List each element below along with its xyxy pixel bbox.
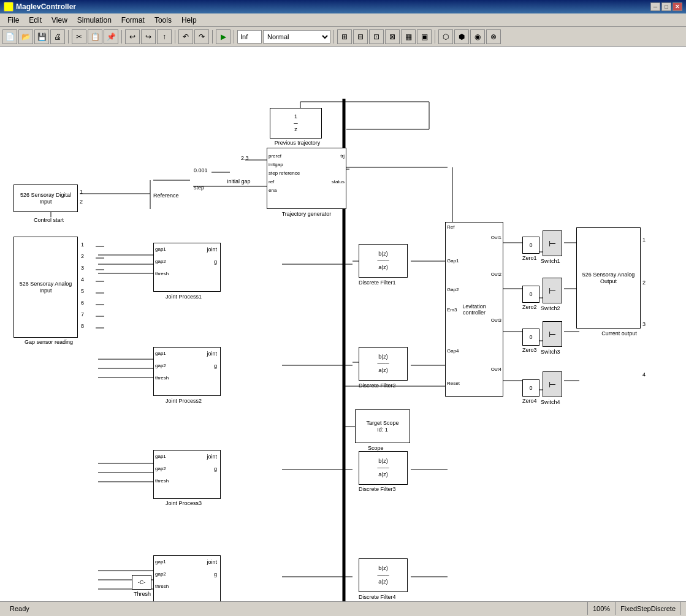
discrete-filter4-block[interactable]: b(z)───a(z) [359,558,408,592]
joint-process3-block[interactable]: gap1 gap2 thresh joint g [153,450,221,499]
tb-btn15[interactable]: ◉ [470,29,485,44]
discrete-filter3-block[interactable]: b(z)───a(z) [359,451,408,485]
sensoray-analog-in-block[interactable]: 526 Sensoray Analog Input [13,237,78,338]
tb-btn11[interactable]: ▦ [401,29,416,44]
close-button[interactable]: ✕ [673,2,682,11]
zero3-block[interactable]: 0 [522,329,539,346]
separator3 [175,30,175,44]
current-output-label: Current output [585,330,653,337]
adc-port-8: 8 [81,323,84,329]
sensoray-analog-out-block[interactable]: 526 Sensoray Analog Output [576,227,641,329]
window-controls[interactable]: ─ □ ✕ [650,2,682,11]
const-0001-value: 0.001 [194,167,208,173]
jp2-gap1: gap1 [155,351,166,356]
lc-out1: Out1 [491,235,501,240]
cut-button[interactable]: ✂ [72,29,86,44]
switch1-block[interactable]: ⊢ [543,230,562,256]
prev-traj-content: 1─z [294,113,297,133]
paste-button[interactable]: 📌 [104,29,118,44]
zero4-block[interactable]: 0 [522,379,539,397]
open-button[interactable]: 📂 [18,29,33,44]
tb-btn8[interactable]: ⊟ [353,29,368,44]
sensoray-analog-in-text: 526 Sensoray Analog Input [14,281,77,294]
tg-port-status: status [332,179,345,184]
up-button[interactable]: ↑ [157,29,172,44]
tg-port-ena: ena [269,188,276,193]
zero3-content: 0 [529,334,532,340]
switch2-block[interactable]: ⊢ [543,278,562,303]
df2-content: b(z)───a(z) [377,354,389,373]
print-button[interactable]: 🖨 [50,29,65,44]
lc-out4: Out4 [491,367,501,372]
adc-port-2: 2 [81,253,84,259]
thresh-block[interactable]: -C- [132,575,151,590]
tb-btn7[interactable]: ⊞ [337,29,352,44]
canvas[interactable]: 1─z Previous trajectory preref initgap s… [0,47,686,601]
undo-button[interactable]: ↩ [125,29,140,44]
adc-port-3: 3 [81,265,84,271]
switch3-label: Switch3 [541,349,560,355]
menu-view[interactable]: View [47,15,72,26]
switch3-symbol: ⊢ [549,329,556,339]
zero2-block[interactable]: 0 [522,286,539,303]
jp4-gap1: gap1 [155,559,166,565]
jp4-thresh: thresh [155,584,169,589]
tb-btn16[interactable]: ⊗ [486,29,501,44]
menu-format[interactable]: Format [116,15,150,26]
menu-help[interactable]: Help [177,15,202,26]
previous-trajectory-block[interactable]: 1─z [270,108,322,139]
discrete-filter1-block[interactable]: b(z)───a(z) [359,244,408,278]
df3-content: b(z)───a(z) [377,458,389,477]
menu-tools[interactable]: Tools [150,15,177,26]
menu-edit[interactable]: Edit [24,15,47,26]
tb-btn13[interactable]: ⬡ [438,29,453,44]
switch4-label: Switch4 [541,399,560,405]
maximize-button[interactable]: □ [661,2,671,11]
copy-button[interactable]: 📋 [88,29,102,44]
initial-gap-label: Initial gap [227,178,251,184]
redo-button[interactable]: ↪ [141,29,156,44]
separator4 [212,30,213,44]
df4-content: b(z)───a(z) [377,565,389,585]
scope-block[interactable]: Target ScopeId: 1 [355,409,410,443]
menu-file[interactable]: File [2,15,24,26]
reference-label: Reference [153,192,179,199]
minimize-button[interactable]: ─ [650,2,660,11]
joint-process4-block[interactable]: gap1 gap2 thresh joint g [153,555,221,601]
df1-content: b(z)───a(z) [377,251,389,270]
save-button[interactable]: 💾 [34,29,49,44]
tb-btn12[interactable]: ▣ [417,29,432,44]
zero1-block[interactable]: 0 [522,237,539,254]
joint-process2-block[interactable]: gap1 gap2 thresh joint g [153,347,221,396]
discrete-filter2-block[interactable]: b(z)───a(z) [359,347,408,381]
switch1-label: Switch1 [541,258,560,264]
tb-btn10[interactable]: ⊠ [385,29,400,44]
sensoray-analog-out-text: 526 Sensoray Analog Output [577,272,640,285]
trajectory-generator-block[interactable]: preref initgap step reference ref ena tr… [267,148,346,209]
solver-text: FixedStepDiscrete [620,605,676,612]
dac-out-2: 2 [642,279,646,286]
switch3-block[interactable]: ⊢ [543,321,562,347]
levitation-controller-block[interactable]: Ref Gap1 Em3 Gap2 Gap4 Reset Out1 Out2 O… [445,222,503,397]
new-button[interactable]: 📄 [2,29,17,44]
sensoray-digital-block[interactable]: 526 Sensoray Digital Input [13,184,78,212]
titlebar: MaglevController ─ □ ✕ [0,0,686,13]
joint-process1-block[interactable]: gap1 gap2 thresh joint g [153,243,221,292]
tb-btn14[interactable]: ⬢ [454,29,469,44]
redo2-button[interactable]: ↷ [194,29,209,44]
control-start-label: Control start [34,217,64,223]
jp3-label: Joint Process3 [166,500,202,506]
jp2-label: Joint Process2 [166,398,202,404]
undo2-button[interactable]: ↶ [178,29,193,44]
simulation-mode-select[interactable]: Normal Accelerator [263,30,330,44]
stop-time-input[interactable] [237,30,262,44]
switch4-block[interactable]: ⊢ [543,371,562,397]
tg-port-trj: trj [340,153,345,159]
run-button[interactable]: ▶ [216,29,231,44]
separator7 [435,30,435,44]
df2-label: Discrete Filter2 [359,382,396,389]
menu-simulation[interactable]: Simulation [72,15,116,26]
dac-out-4: 4 [642,371,646,378]
tb-btn9[interactable]: ⊡ [369,29,384,44]
tg-port-preref: preref [269,153,281,159]
